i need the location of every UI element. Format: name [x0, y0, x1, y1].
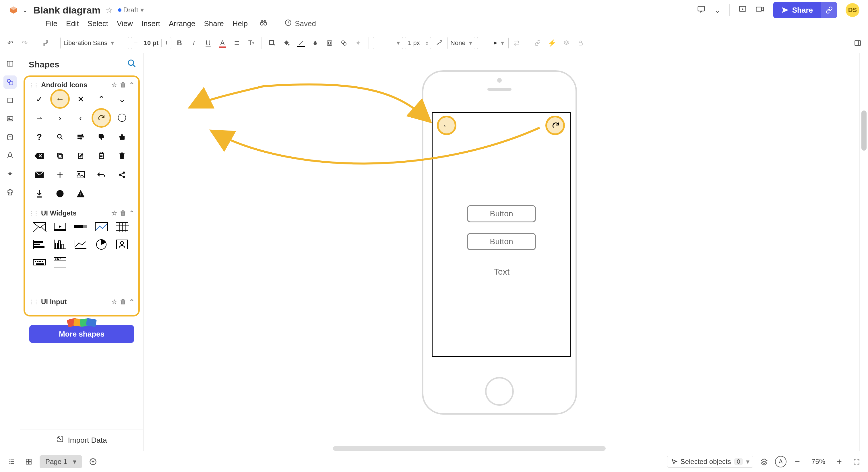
opacity-button[interactable] [309, 37, 321, 49]
widget-line-shape[interactable] [72, 238, 89, 251]
zoom-level[interactable]: 75% [808, 458, 828, 466]
menu-arrange[interactable]: Arrange [169, 19, 195, 28]
effects-button[interactable] [338, 37, 350, 49]
add-page-button[interactable] [87, 455, 99, 468]
font-size-plus[interactable]: + [162, 39, 171, 47]
widget-mail-shape[interactable] [31, 220, 48, 233]
zoom-in-button[interactable]: + [833, 455, 846, 468]
binoculars-icon[interactable] [259, 19, 268, 29]
share-button[interactable]: Share [773, 2, 837, 18]
widget-video-shape[interactable]: ▶ [51, 220, 69, 233]
menu-file[interactable]: File [45, 19, 57, 28]
rail-image-icon[interactable] [3, 112, 17, 125]
line-style-select[interactable]: ▾ [373, 37, 403, 49]
endpoint-right-select[interactable]: ▾ [477, 37, 508, 49]
shape-copy-icon[interactable] [51, 149, 69, 163]
rail-plugin-icon[interactable] [3, 186, 17, 199]
import-data-button[interactable]: Import Data [20, 430, 143, 451]
menu-view[interactable]: View [117, 19, 133, 28]
grid-view-icon[interactable] [22, 455, 35, 468]
app-logo[interactable] [9, 5, 19, 15]
star-icon[interactable]: ☆ [112, 81, 117, 89]
document-title[interactable]: Blank diagram [33, 5, 100, 16]
canvas-button-shape[interactable]: Button [467, 233, 536, 250]
horizontal-scrollbar[interactable] [333, 446, 606, 451]
lock-button[interactable] [575, 37, 587, 49]
widget-vbar-shape[interactable] [51, 238, 69, 251]
canvas[interactable]: ← Button Button Text [144, 53, 868, 451]
shape-plus-icon[interactable]: + [51, 167, 69, 182]
trash-icon[interactable]: 🗑 [120, 81, 126, 89]
canvas-refresh-icon[interactable] [549, 119, 562, 132]
font-select[interactable]: Liberation Sans▾ [60, 37, 129, 49]
record-icon[interactable] [755, 5, 765, 15]
canvas-text-shape[interactable]: Text [494, 267, 509, 277]
comment-icon[interactable] [697, 5, 706, 15]
more-shapes-button[interactable]: More shapes [29, 325, 134, 343]
text-options-button[interactable]: T▾ [245, 37, 257, 49]
underline-button[interactable]: U [202, 37, 214, 49]
redo-button[interactable]: ↷ [19, 37, 31, 49]
shape-refresh-icon[interactable] [93, 111, 110, 125]
shape-alert-circle-icon[interactable] [51, 187, 69, 201]
chevron-up-icon[interactable]: ⌃ [129, 298, 134, 306]
vertical-scrollbar[interactable] [859, 53, 868, 451]
chevron-up-icon[interactable]: ⌃ [129, 210, 134, 217]
drag-handle-icon[interactable]: ⋮⋮ [29, 299, 38, 305]
line-color-button[interactable] [294, 37, 307, 49]
saved-status[interactable]: Saved [295, 19, 316, 28]
right-panel-toggle[interactable] [851, 37, 864, 49]
menu-edit[interactable]: Edit [66, 19, 79, 28]
layers-icon[interactable] [758, 455, 770, 468]
rail-data-icon[interactable] [3, 131, 17, 144]
selected-objects-indicator[interactable]: Selected objects 0 ▾ [667, 455, 753, 468]
shape-arrow-left-icon[interactable]: ← [51, 92, 69, 106]
app-menu-chevron-icon[interactable]: ⌄ [22, 6, 28, 14]
chevron-up-icon[interactable]: ⌃ [129, 81, 134, 89]
shape-undo-icon[interactable] [93, 167, 110, 182]
shape-sliders-icon[interactable] [72, 130, 89, 144]
widget-progress-shape[interactable] [72, 220, 89, 233]
rail-shapes-icon[interactable] [3, 75, 17, 89]
search-icon[interactable] [127, 59, 136, 70]
magic-button[interactable]: ✦ [352, 37, 365, 49]
widget-keyboard-shape[interactable] [31, 256, 48, 269]
bold-button[interactable]: B [173, 37, 186, 49]
present-icon[interactable] [738, 5, 747, 15]
shape-mail-icon[interactable] [31, 167, 48, 182]
widget-pie-shape[interactable] [93, 238, 110, 251]
chevron-down-icon[interactable]: ⌄ [714, 5, 721, 15]
endpoint-left-select[interactable]: None▾ [447, 37, 475, 49]
italic-button[interactable]: I [187, 37, 200, 49]
line-width-select[interactable]: 1 px▴▾ [405, 37, 431, 49]
group-input-title[interactable]: UI Input [41, 298, 67, 306]
line-routing-button[interactable] [433, 37, 445, 49]
layers-button[interactable] [560, 37, 572, 49]
shape-trash-icon[interactable] [113, 149, 131, 163]
action-button[interactable]: ⚡ [546, 37, 558, 49]
shape-chevron-down-icon[interactable]: ⌄ [113, 92, 131, 106]
shape-backspace-icon[interactable] [31, 149, 48, 163]
link-button[interactable] [531, 37, 544, 49]
rail-panel-icon[interactable] [3, 57, 17, 70]
fullscreen-icon[interactable] [850, 455, 863, 468]
align-button[interactable] [230, 37, 243, 49]
shape-arrow-right-icon[interactable]: → [31, 111, 48, 125]
menu-share[interactable]: Share [204, 19, 224, 28]
menu-insert[interactable]: Insert [142, 19, 160, 28]
shape-question-icon[interactable]: ? [31, 130, 48, 144]
shape-share-nodes-icon[interactable] [113, 167, 131, 182]
shape-alert-triangle-icon[interactable] [72, 187, 89, 201]
shape-chevron-up-icon[interactable]: ⌃ [93, 92, 110, 106]
drag-handle-icon[interactable]: ⋮⋮ [29, 210, 38, 216]
shape-info-icon[interactable]: ⓘ [113, 111, 131, 125]
shape-edit-doc-icon[interactable] [72, 149, 89, 163]
shape-thumbs-up-icon[interactable] [113, 130, 131, 144]
menu-select[interactable]: Select [88, 19, 108, 28]
shape-chevron-right-icon[interactable]: › [51, 111, 69, 125]
shape-download-icon[interactable] [31, 187, 48, 201]
shape-clipboard-icon[interactable] [93, 149, 110, 163]
avatar[interactable]: DS [846, 3, 859, 17]
canvas-button-shape[interactable]: Button [467, 205, 536, 222]
canvas-back-icon[interactable]: ← [440, 119, 453, 132]
